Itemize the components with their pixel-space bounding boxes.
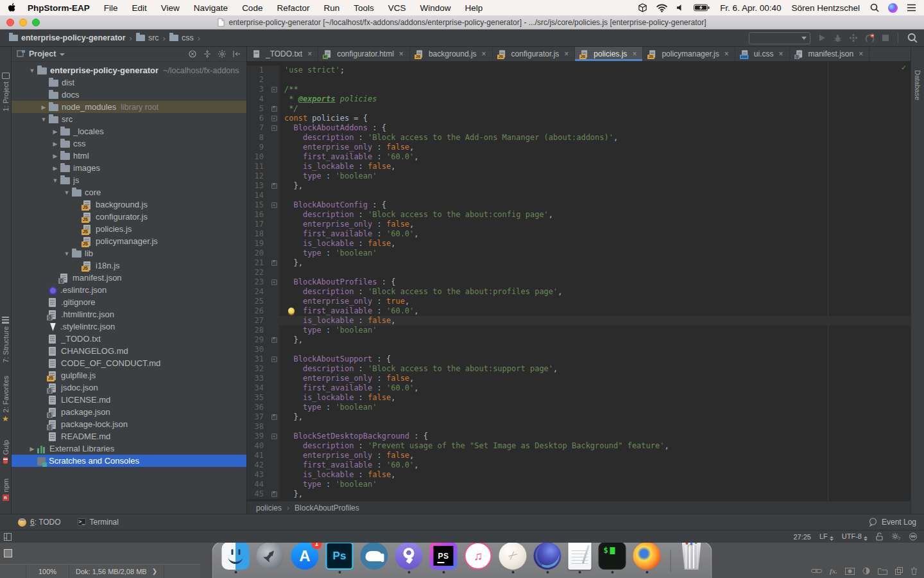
code-line-27[interactable]: 27 is_lockable : false, <box>247 316 911 326</box>
photoshop-panel-icon[interactable] <box>4 549 12 557</box>
tree-item--todo-txt[interactable]: _TODO.txt <box>12 333 246 345</box>
line-number[interactable]: 36 <box>247 403 269 412</box>
line-number[interactable]: 31 <box>247 355 269 364</box>
code-line-5[interactable]: 5^ */ <box>247 104 911 114</box>
code-line-13[interactable]: 13^ }, <box>247 181 911 191</box>
menu-navigate[interactable]: Navigate <box>194 3 228 13</box>
code-line-4[interactable]: 4 * @exports policies <box>247 94 911 104</box>
line-number[interactable]: 42 <box>247 460 269 470</box>
hector-inspector-icon[interactable] <box>909 532 918 541</box>
editor-tab-background-js[interactable]: JSbackground.js× <box>410 47 493 61</box>
hide-icon[interactable] <box>232 49 241 58</box>
tree-expand-icon[interactable]: ▶ <box>50 165 60 171</box>
code-line-26[interactable]: 26 first_available : '60.0', <box>247 306 911 316</box>
code-line-2[interactable]: 2 <box>247 75 911 85</box>
line-number[interactable]: 18 <box>247 229 269 239</box>
search-everywhere-icon[interactable] <box>907 33 918 43</box>
code-line-16[interactable]: 16 description : 'Block access to the ab… <box>247 210 911 220</box>
tab-close-icon[interactable]: × <box>632 50 637 58</box>
line-number[interactable]: 43 <box>247 470 269 480</box>
code-line-14[interactable]: 14 <box>247 191 911 200</box>
code-line-22[interactable]: 22 <box>247 268 911 277</box>
editor-tab--todo-txt[interactable]: _TODO.txt× <box>247 47 318 61</box>
line-number[interactable]: 28 <box>247 326 269 335</box>
tree-item-images[interactable]: ▶images <box>12 162 246 174</box>
line-number[interactable]: 22 <box>247 268 269 277</box>
line-number[interactable]: 35 <box>247 393 269 403</box>
code-line-23[interactable]: 23- BlockAboutProfiles : { <box>247 277 911 287</box>
tree-item-dist[interactable]: dist <box>12 76 246 89</box>
apple-icon[interactable] <box>8 3 16 13</box>
fold-marker-icon[interactable]: - <box>269 123 279 133</box>
code-line-43[interactable]: 43 is_lockable : false, <box>247 470 911 480</box>
line-number[interactable]: 12 <box>247 171 269 181</box>
menu-refactor[interactable]: Refactor <box>277 3 309 13</box>
layer-mask-icon[interactable] <box>845 568 855 575</box>
editor-tab-policies-js[interactable]: JSpolicies.js× <box>575 47 643 61</box>
tree-item--gitignore[interactable]: .gitignore <box>12 296 246 308</box>
volume-icon[interactable] <box>676 4 685 12</box>
dock-item-firefox[interactable] <box>633 542 661 574</box>
tree-item-enterprise-policy-generator[interactable]: ▼enterprise-policy-generator~/localhost/… <box>12 64 246 76</box>
fold-marker-icon[interactable]: - <box>269 200 279 210</box>
line-number[interactable]: 41 <box>247 451 269 460</box>
run-icon[interactable] <box>818 34 826 42</box>
tree-item-js[interactable]: ▼js <box>12 174 246 186</box>
line-number[interactable]: 8 <box>247 133 269 143</box>
trash-icon[interactable] <box>911 567 918 575</box>
project-panel-title[interactable]: Project <box>29 49 65 58</box>
tree-item-configurator-js[interactable]: JSconfigurator.js <box>12 211 246 223</box>
code-line-40[interactable]: 40 description : 'Prevent usage of the "… <box>247 441 911 451</box>
tab-close-icon[interactable]: × <box>399 50 404 58</box>
tool-stripe-button-1-project[interactable]: 1: Project <box>0 73 11 111</box>
tree-item-gulpfile-js[interactable]: JSgulpfile.js <box>12 369 246 381</box>
code-line-45[interactable]: 45^ }, <box>247 489 911 499</box>
fold-marker-icon[interactable]: - <box>269 85 279 94</box>
new-layer-icon[interactable] <box>895 567 903 575</box>
tree-item-css[interactable]: ▶css <box>12 137 246 150</box>
line-number[interactable]: 4 <box>247 94 269 104</box>
line-number[interactable]: 15 <box>247 200 269 210</box>
tree-item-external-libraries[interactable]: ▶External Libraries <box>12 442 246 455</box>
line-number[interactable]: 37 <box>247 412 269 422</box>
tree-item-docs[interactable]: docs <box>12 89 246 101</box>
tree-item-readme-md[interactable]: README.md <box>12 430 246 442</box>
tab-close-icon[interactable]: × <box>724 50 729 58</box>
tool-window-switcher-icon[interactable] <box>4 533 12 541</box>
code-line-12[interactable]: 12 type : 'boolean' <box>247 171 911 181</box>
tree-expand-icon[interactable]: ▶ <box>38 104 49 110</box>
project-tree[interactable]: ▼enterprise-policy-generator~/localhost/… <box>12 62 246 514</box>
fold-marker-icon[interactable]: ^ <box>269 412 279 422</box>
tree-item-src[interactable]: ▼src <box>12 113 246 125</box>
line-number[interactable]: 39 <box>247 432 269 441</box>
siri-icon[interactable] <box>888 3 898 13</box>
menu-code[interactable]: Code <box>242 3 262 13</box>
line-number[interactable]: 34 <box>247 383 269 393</box>
code-editor[interactable]: ✓ 1'use strict';23-/**4 * @exports polic… <box>247 62 911 501</box>
tree-expand-icon[interactable]: ▼ <box>27 67 37 74</box>
code-line-11[interactable]: 11 is_lockable : false, <box>247 162 911 171</box>
breadcrumb-item[interactable]: enterprise-policy-generator <box>9 33 126 42</box>
line-number[interactable]: 23 <box>247 277 269 287</box>
tool-window-button-6-todo[interactable]: 6: TODO <box>18 518 61 527</box>
editor-breadcrumb-item[interactable]: BlockAboutProfiles <box>295 504 359 512</box>
tree-expand-icon[interactable]: ▶ <box>27 446 37 452</box>
dock-item-textedit[interactable] <box>569 541 592 574</box>
menu-run[interactable]: Run <box>323 3 339 13</box>
line-number[interactable]: 32 <box>247 364 269 374</box>
tree-expand-icon[interactable]: ▶ <box>50 128 60 135</box>
code-line-41[interactable]: 41 enterprise_only : false, <box>247 451 911 460</box>
code-line-39[interactable]: 39- BlockSetDesktopBackground : { <box>247 432 911 441</box>
tab-close-icon[interactable]: × <box>778 50 783 58</box>
line-number[interactable]: 1 <box>247 66 269 75</box>
tree-item--htmllintrc-json[interactable]: {}.htmllintrc.json <box>12 308 246 320</box>
minimize-window-button[interactable] <box>19 19 27 26</box>
search-icon[interactable] <box>870 3 879 12</box>
tree-item--stylelintrc-json[interactable]: .stylelintrc.json <box>12 320 246 333</box>
photoshop-doc-size[interactable]: Dok: 1,56 MB/2,08 MB❯ <box>69 565 164 578</box>
line-number[interactable]: 5 <box>247 104 269 114</box>
dock-item-appstore[interactable]: 1 <box>291 542 319 574</box>
tab-close-icon[interactable]: × <box>307 50 312 58</box>
editor-tab-manifest-json[interactable]: {}manifest.json× <box>790 47 870 61</box>
tree-item-code-of-conduct-md[interactable]: CODE_OF_CONDUCT.md <box>12 357 246 369</box>
